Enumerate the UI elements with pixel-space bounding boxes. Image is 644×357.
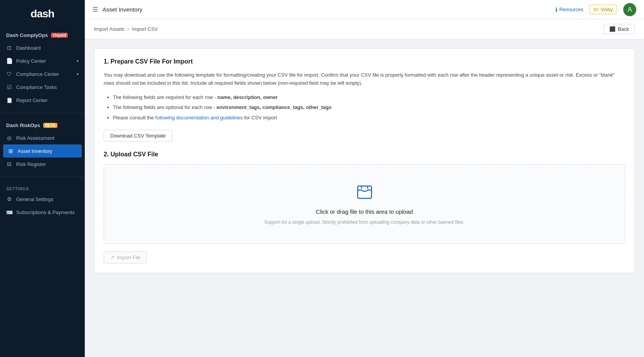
resources-label: Resources [559,7,583,12]
back-icon: ⬛ [609,26,615,32]
logo-text: dash [30,8,54,20]
sidebar-item-label: Policy Center [16,58,46,64]
sidebar-item-label: Risk Register [16,161,46,167]
topbar: ☰ Asset Inventory ℹ Resources 🏷 Visby A [85,0,644,19]
sidebar-item-label: General Settings [16,196,54,202]
beta-badge: BETA [43,123,57,128]
risk-assessment-icon: ◎ [6,135,12,141]
complyops-label: Dash ComplyOps [6,32,48,38]
breadcrumb-current: Import CSV [132,26,158,32]
import-icon: ↗ [110,255,114,260]
settings-icon: ⚙ [6,196,12,202]
riskops-label: Dash RiskOps [6,122,40,128]
sidebar: dash Dash ComplyOps Unpaid ⊡ Dashboard 📄… [0,0,85,357]
sidebar-item-risk-assessment[interactable]: ◎ Risk Assessment [0,131,85,144]
compliance-center-icon: 🛡 [6,71,12,77]
bullet-list: The following fields are required for ea… [104,94,625,122]
chevron-icon: ▾ [77,59,79,63]
sidebar-item-label: Compliance Center [16,71,59,77]
main-area: ☰ Asset Inventory ℹ Resources 🏷 Visby A … [85,0,644,357]
complyops-header: Dash ComplyOps Unpaid [0,29,85,41]
sidebar-item-label: Subscriptions & Payments [16,210,75,215]
sidebar-item-compliance-center[interactable]: 🛡 Compliance Center ▾ [0,67,85,80]
main-card: 1. Prepare CSV File For Import You may d… [94,49,635,273]
breadcrumb: Import Assets > Import CSV [94,26,158,32]
sidebar-item-label: Compliance Tasks [16,84,57,90]
resources-button[interactable]: ℹ Resources [555,7,583,13]
risk-register-icon: ⊟ [6,161,12,167]
page-content: 1. Prepare CSV File For Import You may d… [85,39,644,282]
riskops-section: Dash RiskOps BETA ◎ Risk Assessment ⊞ As… [0,116,85,174]
bullet-docs: Please consult the following documentati… [113,114,625,122]
resources-icon: ℹ [555,7,557,13]
sidebar-item-label: Dashboard [16,45,41,51]
breadcrumb-bar: Import Assets > Import CSV ⬛ Back [85,19,644,39]
import-file-button[interactable]: ↗ Import File [104,251,147,263]
back-button[interactable]: ⬛ Back [604,24,635,34]
sidebar-item-risk-register[interactable]: ⊟ Risk Register [0,158,85,171]
sidebar-item-label: Report Center [16,97,48,103]
breadcrumb-parent: Import Assets [94,26,124,32]
report-icon: 📋 [6,97,12,103]
visby-label: Visby [600,7,613,12]
sidebar-item-asset-inventory[interactable]: ⊞ Asset Inventory [3,144,82,158]
complyops-section: Dash ComplyOps Unpaid ⊡ Dashboard 📄 Poli… [0,26,85,110]
dashboard-icon: ⊡ [6,45,12,51]
prepare-desc: You may download and use the following t… [104,71,625,87]
logo-area: dash [0,0,85,26]
sidebar-divider-2 [0,177,85,177]
upload-dropzone[interactable]: Click or drag file to this area to uploa… [104,164,625,244]
menu-icon[interactable]: ☰ [92,6,98,13]
visby-icon: 🏷 [594,7,599,12]
sidebar-item-policy-center[interactable]: 📄 Policy Center ▾ [0,54,85,67]
policy-icon: 📄 [6,58,12,64]
chevron-icon: ▾ [77,72,79,76]
asset-inventory-icon: ⊞ [8,148,14,154]
bullet-required: The following fields are required for ea… [113,94,625,102]
import-label: Import File [117,255,140,260]
breadcrumb-separator: > [127,26,130,32]
content-area: Import Assets > Import CSV ⬛ Back 1. Pre… [85,19,644,357]
sidebar-divider [0,113,85,113]
docs-link[interactable]: following documentation and guidelines [155,115,243,121]
compliance-tasks-icon: ☑ [6,84,12,90]
settings-section: Settings ⚙ General Settings 🪪 Subscripti… [0,180,85,222]
sidebar-item-report-center[interactable]: 📋 Report Center [0,94,85,107]
bullet-optional: The following fields are optional for ea… [113,104,625,112]
avatar[interactable]: A [623,3,636,16]
topbar-title: Asset Inventory [103,6,142,13]
settings-label: Settings [0,183,85,193]
upload-sub-text: Support for a single upload. Strictly pr… [264,220,465,225]
prepare-title: 1. Prepare CSV File For Import [104,58,625,65]
svg-rect-0 [358,186,372,198]
unpaid-badge: Unpaid [51,33,68,38]
sidebar-item-label: Asset Inventory [18,148,52,154]
sidebar-item-general-settings[interactable]: ⚙ General Settings [0,193,85,206]
sidebar-item-compliance-tasks[interactable]: ☑ Compliance Tasks [0,80,85,94]
avatar-letter: A [628,6,632,13]
sidebar-item-subscriptions[interactable]: 🪪 Subscriptions & Payments [0,206,85,219]
download-csv-button[interactable]: Download CSV Template [104,130,172,142]
riskops-header: Dash RiskOps BETA [0,119,85,131]
back-label: Back [618,26,629,32]
upload-icon [355,183,374,204]
topbar-right: ℹ Resources 🏷 Visby A [555,3,636,16]
upload-title: 2. Upload CSV File [104,151,625,158]
sidebar-item-dashboard[interactable]: ⊡ Dashboard [0,41,85,54]
sidebar-item-label: Risk Assessment [16,135,54,141]
upload-main-text: Click or drag file to this area to uploa… [316,208,413,215]
subscriptions-icon: 🪪 [6,209,12,215]
visby-button[interactable]: 🏷 Visby [589,5,617,14]
